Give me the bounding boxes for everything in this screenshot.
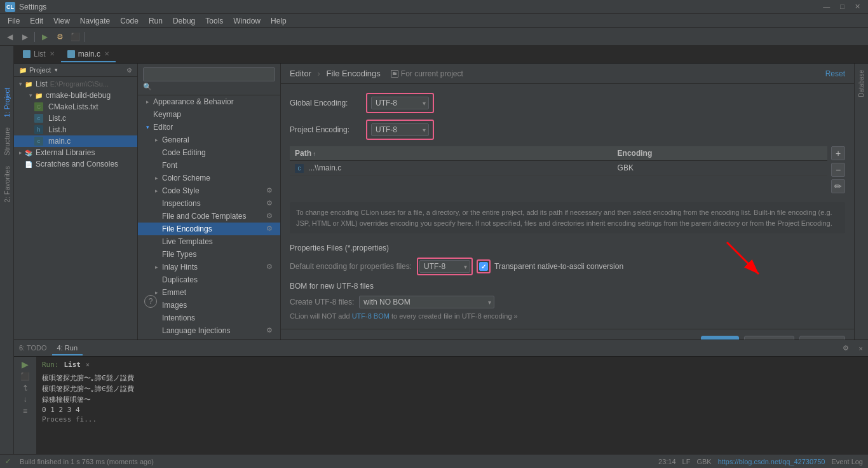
nav-appearance[interactable]: ▸ Appearance & Behavior [138, 95, 280, 108]
minimize-button[interactable]: — [820, 3, 832, 11]
menu-view[interactable]: View [48, 15, 75, 27]
edit-encoding-button[interactable]: ✏ [831, 179, 845, 193]
sidebar-label-favorites[interactable]: 2: Favorites [2, 162, 12, 206]
tree-item-list-c[interactable]: c List.c [14, 113, 137, 124]
tab-main-c-close[interactable]: ✕ [104, 50, 109, 57]
nav-general[interactable]: ▸ General [138, 134, 280, 146]
cancel-button[interactable]: Cancel [744, 336, 794, 340]
workspace: 1: Project Structure 2: Favorites List ✕… [0, 46, 868, 454]
remove-encoding-button[interactable]: − [831, 163, 845, 177]
nav-file-encodings[interactable]: File Encodings ⚙ [138, 223, 280, 235]
tree-item-scratches[interactable]: 📄 Scratches and Consoles [14, 158, 137, 170]
reset-button[interactable]: Reset [825, 69, 845, 78]
nav-intentions[interactable]: Intentions [138, 312, 280, 324]
project-encoding-label: Project Encoding: [290, 125, 366, 134]
bom-select[interactable]: with NO BOM with BOM with BOM (if file h… [359, 296, 494, 308]
nav-keymap[interactable]: Keymap [138, 108, 280, 121]
close-button[interactable]: ✕ [852, 3, 863, 11]
tree-item-external-libs[interactable]: ▸ 📚 External Libraries [14, 147, 137, 158]
project-panel: 📁 Project ▾ ⚙ ▾ 📁 List E:\Program\C\Su..… [14, 64, 138, 340]
nav-font[interactable]: Font [138, 159, 280, 172]
menu-debug[interactable]: Debug [168, 15, 200, 27]
col-path-header[interactable]: Path [290, 146, 613, 161]
code-style-icon: ⚙ [266, 186, 275, 195]
help-button[interactable]: ? [144, 295, 157, 308]
global-encoding-label: Global Encoding: [290, 99, 366, 107]
build-button[interactable]: ⚙ [53, 30, 67, 44]
settings-dialog: 🔍 ▸ Appearance & Behavior Keymap [138, 64, 854, 340]
menu-code[interactable]: Code [115, 15, 144, 27]
bottom-output: Run: List × 榎唄箸探尤腑〜｡諦∈髭ノ諡費 榎唄箸探尤腑〜｡諦∈髭ノ諡… [37, 357, 868, 454]
bom-link[interactable]: UTF-8 BOM [352, 312, 390, 320]
maximize-button[interactable]: □ [837, 3, 847, 11]
menu-file[interactable]: File [3, 15, 25, 27]
file-encodings-icon: ⚙ [266, 224, 275, 233]
forward-button[interactable]: ▶ [18, 30, 32, 44]
nav-duplicates[interactable]: Duplicates [138, 273, 280, 286]
back-button[interactable]: ◀ [3, 30, 17, 44]
run-rerun-button[interactable]: ↩ [21, 385, 30, 391]
tree-item-cmake-build[interactable]: ▾ 📁 cmake-build-debug [14, 90, 137, 101]
default-encoding-properties-row: Default encoding for properties files: U… [290, 258, 845, 275]
table-row[interactable]: c ...\\main.c GBK [290, 161, 827, 176]
menu-edit[interactable]: Edit [25, 15, 48, 27]
nav-code-style[interactable]: ▸ Code Style ⚙ [138, 184, 280, 197]
run-scroll-button[interactable]: ↓ [24, 395, 27, 404]
tree-item-list-h[interactable]: h List.h [14, 124, 137, 135]
menu-tools[interactable]: Tools [200, 15, 228, 27]
transparent-checkbox[interactable] [479, 262, 488, 271]
sidebar-label-project[interactable]: 1: Project [2, 84, 12, 121]
menu-navigate[interactable]: Navigate [75, 15, 115, 27]
tab-list-close[interactable]: ✕ [50, 50, 55, 57]
nav-spelling[interactable]: Spelling ⚙ [138, 337, 280, 340]
file-code-templates-icon: ⚙ [266, 212, 275, 221]
project-settings-icon[interactable]: ⚙ [126, 67, 132, 74]
nav-code-editing[interactable]: Code Editing [138, 146, 280, 159]
nav-inspections[interactable]: Inspections ⚙ [138, 197, 280, 210]
nav-editor[interactable]: ▾ Editor [138, 121, 280, 134]
nav-color-scheme[interactable]: ▸ Color Scheme [138, 172, 280, 184]
nav-file-code-templates[interactable]: File and Code Templates ⚙ [138, 210, 280, 223]
debug-button[interactable]: ⬛ [68, 30, 82, 44]
project-panel-header: 📁 Project ▾ ⚙ [14, 64, 137, 77]
nav-language-injections[interactable]: Language Injections ⚙ [138, 324, 280, 337]
nav-file-types[interactable]: File Types [138, 248, 280, 261]
run-filter-button[interactable]: ≡ [23, 406, 27, 415]
menu-window[interactable]: Window [228, 15, 266, 27]
add-encoding-button[interactable]: + [831, 146, 845, 160]
bottom-tab-todo[interactable]: 6: TODO [14, 341, 52, 355]
bottom-settings-button[interactable]: ⚙ [837, 341, 854, 355]
tree-item-main-c[interactable]: c main.c [14, 135, 137, 147]
properties-encoding-select[interactable]: UTF-8 GBK [419, 260, 470, 273]
run-stop-button[interactable]: ⬛ [20, 372, 30, 381]
ok-button[interactable]: OK [701, 336, 738, 340]
file-encoding-status[interactable]: GBK [696, 458, 711, 465]
settings-search-input[interactable] [143, 67, 275, 81]
tree-item-cmakelists[interactable]: C CMakeLists.txt [14, 101, 137, 113]
breadcrumb: Editor › File Encodings [290, 69, 381, 78]
sidebar-label-database[interactable]: Database [857, 66, 866, 101]
status-check-icon: ✓ [5, 457, 11, 465]
run-button[interactable]: ▶ [37, 30, 51, 44]
inspections-icon: ⚙ [266, 199, 275, 208]
tab-main-c[interactable]: main.c ✕ [61, 47, 116, 62]
run-play-button[interactable]: ▶ [22, 359, 29, 369]
tab-list[interactable]: List ✕ [17, 47, 61, 62]
nav-inlay-hints[interactable]: ▸ Inlay Hints ⚙ [138, 261, 280, 273]
apply-button[interactable]: Apply [799, 336, 845, 340]
event-log-button[interactable]: Event Log [831, 458, 863, 465]
tree-item-root[interactable]: ▾ 📁 List E:\Program\C\Su... [14, 78, 137, 90]
menu-help[interactable]: Help [266, 15, 292, 27]
menu-run[interactable]: Run [144, 15, 168, 27]
nav-emmet[interactable]: ▸ Emmet [138, 286, 280, 299]
default-encoding-properties-label: Default encoding for properties files: [290, 262, 412, 271]
properties-encoding-highlight: UTF-8 GBK [417, 258, 473, 275]
nav-live-templates[interactable]: Live Templates [138, 235, 280, 248]
sidebar-label-structure[interactable]: Structure [2, 123, 12, 160]
bom-section-title: BOM for new UTF-8 files [290, 282, 845, 291]
nav-images[interactable]: Images [138, 299, 280, 312]
global-encoding-select[interactable]: UTF-8 UTF-16 GBK ISO-8859-1 [371, 97, 429, 109]
bottom-tab-run[interactable]: 4: Run [52, 341, 83, 355]
bottom-close-button[interactable]: × [854, 342, 868, 355]
project-encoding-select[interactable]: UTF-8 UTF-16 GBK ISO-8859-1 [371, 123, 429, 136]
